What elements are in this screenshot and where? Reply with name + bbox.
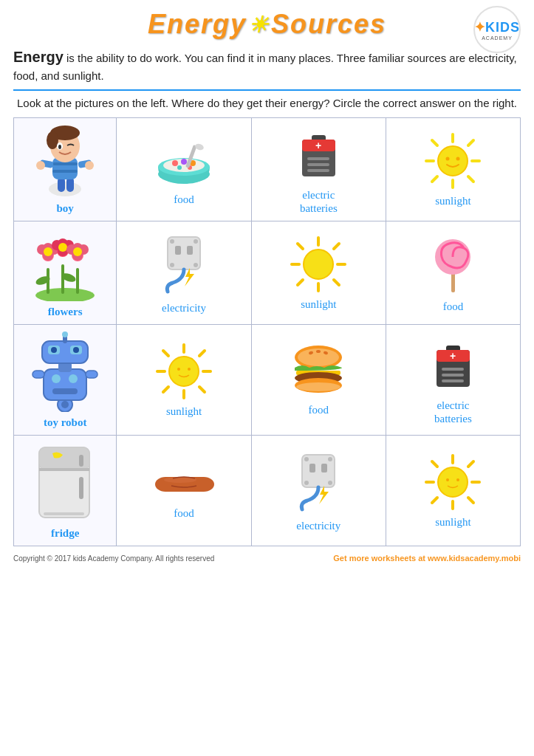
fridge-icon: [32, 441, 98, 523]
energy-grid: boy: [13, 117, 521, 546]
svg-point-13: [36, 161, 45, 170]
svg-point-158: [438, 467, 468, 497]
svg-line-81: [298, 244, 303, 249]
svg-point-89: [61, 401, 69, 408]
sausage-icon: [151, 462, 217, 503]
divider: [13, 89, 521, 91]
svg-point-72: [170, 239, 174, 244]
logo-academy-text: ACADEMY: [482, 35, 513, 41]
svg-point-15: [85, 161, 94, 170]
option-sunlight3-label: sunlight: [166, 405, 202, 418]
svg-point-22: [177, 165, 182, 170]
svg-rect-144: [321, 464, 327, 472]
svg-rect-90: [44, 369, 86, 400]
option-electricity: electricity: [120, 231, 247, 315]
option-cell-lollipop: food: [386, 221, 520, 325]
svg-rect-129: [442, 368, 464, 371]
svg-rect-137: [44, 512, 84, 515]
subject-cell-boy: boy: [14, 118, 117, 221]
option-food-label: food: [174, 193, 194, 206]
svg-line-111: [163, 387, 168, 392]
lollipop-icon: [425, 233, 481, 296]
subject-boy: boy: [17, 124, 113, 215]
option-sunlight2-label: sunlight: [301, 298, 336, 311]
option-electricity-label: electricity: [162, 302, 206, 315]
svg-point-112: [169, 357, 199, 386]
svg-point-123: [296, 382, 340, 391]
food-bowl-icon: [153, 134, 216, 189]
option-cell-sunlight4: sunlight: [386, 436, 520, 546]
svg-rect-48: [76, 268, 79, 294]
page-title: Energy ☀ Sources: [148, 9, 386, 40]
svg-line-39: [468, 176, 473, 182]
sun-icon2: [154, 342, 213, 401]
option-cell-battery2: + electricbatteries: [386, 325, 520, 436]
svg-rect-136: [79, 477, 83, 499]
table-row: flowers: [14, 221, 521, 325]
option-sunlight3: sunlight: [120, 342, 247, 418]
svg-rect-71: [187, 246, 193, 255]
svg-point-56: [44, 247, 52, 256]
option-electricity2-label: electricity: [296, 520, 340, 532]
robot-icon: [30, 331, 100, 412]
svg-line-82: [334, 280, 339, 285]
svg-point-62: [58, 243, 67, 252]
svg-text:+: +: [450, 350, 456, 362]
option-battery2: + electricbatteries: [389, 335, 517, 425]
flowers-icon: [28, 227, 102, 301]
svg-point-140: [194, 477, 214, 492]
header: Energy ☀ Sources ✦ KIDS ACADEMY: [13, 9, 521, 40]
svg-line-155: [468, 498, 473, 503]
svg-line-110: [199, 351, 205, 356]
option-sunlight: sunlight: [389, 131, 517, 207]
svg-line-83: [334, 244, 339, 249]
option-sunlight4: sunlight: [389, 453, 517, 529]
svg-rect-70: [175, 246, 181, 255]
svg-line-38: [432, 140, 437, 145]
intro-bold: Energy: [13, 49, 64, 65]
svg-point-11: [58, 145, 61, 149]
table-row: toy robot: [14, 325, 521, 436]
sun-icon: [423, 131, 482, 190]
boy-label: boy: [57, 202, 74, 215]
subject-fridge: fridge: [17, 441, 113, 540]
svg-text:+: +: [315, 140, 321, 151]
svg-rect-135: [79, 455, 83, 467]
svg-point-20: [181, 159, 187, 165]
svg-point-44: [456, 157, 460, 161]
option-burger-label: food: [309, 404, 329, 416]
svg-line-109: [199, 387, 205, 392]
kids-academy-logo: ✦ KIDS ACADEMY: [473, 6, 521, 53]
svg-rect-33: [307, 169, 329, 172]
svg-line-41: [432, 176, 437, 182]
svg-rect-93: [52, 388, 78, 394]
svg-point-146: [328, 457, 332, 461]
option-food: food: [120, 134, 247, 206]
svg-point-113: [177, 368, 180, 371]
option-cell-food-bowl: food: [117, 118, 251, 221]
option-burger: food: [255, 344, 383, 416]
sun-yellow-icon: [289, 235, 348, 294]
option-cell-sausage: food: [117, 436, 251, 546]
intro-rest: is the ability to do work. You can find …: [13, 52, 517, 82]
title-energy: Energy: [148, 9, 247, 40]
svg-point-91: [52, 374, 61, 383]
svg-point-85: [304, 250, 333, 279]
robot-label: toy robot: [44, 416, 86, 429]
option-sunlight4-label: sunlight: [435, 516, 470, 529]
option-cell-sunlight1: sunlight: [386, 118, 520, 221]
svg-point-100: [51, 347, 57, 353]
cta-text: Get more worksheets at www.kidsacademy.m…: [333, 554, 521, 563]
logo-inner: ✦ KIDS ACADEMY: [474, 19, 520, 41]
svg-point-101: [73, 347, 79, 353]
option-cell-burger: food: [251, 325, 386, 436]
svg-line-156: [468, 461, 473, 467]
svg-point-19: [172, 160, 178, 166]
title-sun-icon: ☀: [248, 12, 270, 38]
svg-line-157: [432, 498, 437, 503]
svg-point-145: [304, 457, 309, 461]
plug-icon2: [289, 449, 348, 515]
title-sources: Sources: [271, 9, 386, 40]
svg-rect-31: [307, 157, 329, 160]
svg-point-25: [194, 142, 205, 151]
